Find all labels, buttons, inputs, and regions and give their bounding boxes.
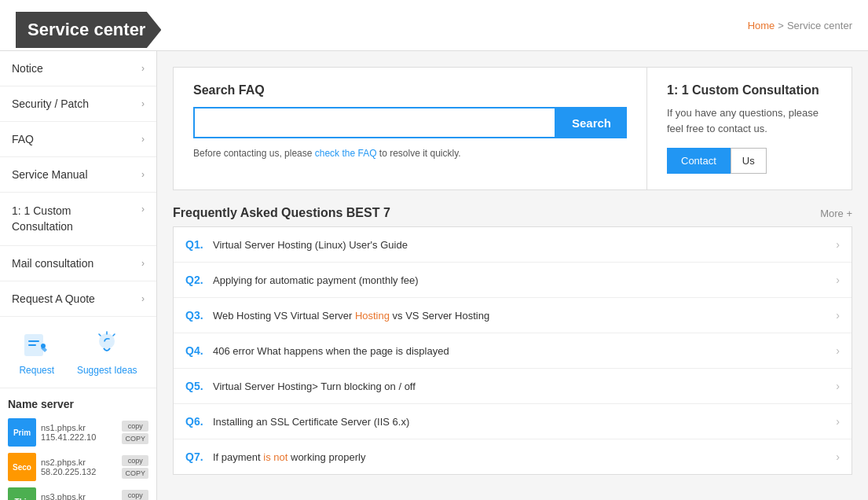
search-input[interactable] xyxy=(193,107,556,138)
faq-item-1[interactable]: Q1. Virtual Server Hosting (Linux) User'… xyxy=(174,227,852,263)
faq-item-6[interactable]: Q6. Installing an SSL Certificate Server… xyxy=(174,404,852,439)
copy-btn-1a[interactable]: copy xyxy=(122,421,148,432)
sidebar-item-label: Security / Patch xyxy=(12,97,89,110)
hint-before: Before contacting us, please xyxy=(193,148,315,159)
suggest-ideas-icon-item[interactable]: Suggest Ideas xyxy=(77,329,137,376)
ns-info-primary: ns1.phps.kr 115.41.222.10 xyxy=(41,423,117,442)
search-faq-container: Search FAQ Search Before contacting us, … xyxy=(173,67,852,190)
ns-info-third: ns3.phps.kr 115.41.222.13 xyxy=(41,492,117,500)
chevron-right-icon: › xyxy=(836,274,840,286)
sidebar-item-mail-consultation[interactable]: Mail consultation › xyxy=(0,246,156,281)
copy-btn-2b[interactable]: COPY xyxy=(122,468,148,479)
sidebar-item-custom-consultation[interactable]: 1: 1 CustomConsultation › xyxy=(0,193,156,246)
copy-btns-3: copy COPY xyxy=(122,490,148,500)
copy-btn-2a[interactable]: copy xyxy=(122,455,148,466)
faq-item-5[interactable]: Q5. Virtual Server Hosting> Turn blockin… xyxy=(174,369,852,404)
ns-ip-1: 115.41.222.10 xyxy=(41,432,117,442)
breadcrumb: Home > Service center xyxy=(748,20,852,31)
request-label: Request xyxy=(19,365,54,376)
header: Hosting Service center Home > Service ce… xyxy=(0,0,868,51)
faq-num-5: Q5. xyxy=(185,380,213,392)
sidebar-item-faq[interactable]: FAQ › xyxy=(0,122,156,157)
consultation-description: If you have any questions, please feel f… xyxy=(667,105,832,136)
faq-text-2: Applying for automatic payment (monthly … xyxy=(213,274,836,286)
search-faq-title: Search FAQ xyxy=(193,83,627,97)
faq-text-7: If payment is not working properly xyxy=(213,451,836,463)
faq-list: Q1. Virtual Server Hosting (Linux) User'… xyxy=(173,226,852,475)
faq-text-5: Virtual Server Hosting> Turn blocking on… xyxy=(213,381,836,392)
chevron-right-icon: › xyxy=(836,380,840,392)
chevron-right-icon: › xyxy=(836,450,840,463)
search-button[interactable]: Search xyxy=(556,107,627,138)
sidebar-item-request-quote[interactable]: Request A Quote › xyxy=(0,281,156,317)
sidebar-icon-section: Request Suggest Ideas xyxy=(0,317,156,388)
sidebar-item-label: Service Manual xyxy=(12,168,88,181)
hint-after: to resolve it quickly. xyxy=(376,148,460,159)
sidebar-item-label: 1: 1 CustomConsultation xyxy=(12,204,73,234)
ns-domain-2: ns2.phps.kr xyxy=(41,458,117,467)
ns-domain-3: ns3.phps.kr xyxy=(41,492,117,500)
svg-point-1 xyxy=(41,344,46,348)
not-link[interactable]: is not xyxy=(263,451,288,463)
chevron-right-icon: › xyxy=(141,258,145,269)
copy-btns-1: copy COPY xyxy=(122,421,148,444)
copy-btn-3a[interactable]: copy xyxy=(122,490,148,500)
chevron-right-icon: › xyxy=(836,344,840,357)
header-left: Hosting Service center xyxy=(16,2,161,48)
faq-text-4: 406 error What happens when the page is … xyxy=(213,345,836,357)
faq-item-7[interactable]: Q7. If payment is not working properly › xyxy=(174,439,852,474)
faq-item-4[interactable]: Q4. 406 error What happens when the page… xyxy=(174,333,852,369)
breadcrumb-current: Service center xyxy=(787,20,852,31)
ns-badge-secondary: Seco xyxy=(8,453,36,481)
faq-num-7: Q7. xyxy=(185,450,213,463)
sidebar-item-notice[interactable]: Notice › xyxy=(0,51,156,86)
hosting-link[interactable]: Hosting xyxy=(355,310,390,322)
site-title: Service center xyxy=(16,12,161,48)
chevron-right-icon: › xyxy=(836,309,840,322)
sidebar-item-label: Mail consultation xyxy=(12,257,93,270)
sidebar-item-label: Notice xyxy=(12,62,43,75)
search-faq-left: Search FAQ Search Before contacting us, … xyxy=(174,68,647,189)
sidebar: Notice › Security / Patch › FAQ › Servic… xyxy=(0,51,157,500)
ns-item-secondary: Seco ns2.phps.kr 58.20.225.132 copy COPY xyxy=(8,453,148,481)
search-row: Search xyxy=(193,107,627,138)
faq-num-3: Q3. xyxy=(185,309,213,322)
ns-domain-1: ns1.phps.kr xyxy=(41,423,117,432)
chevron-right-icon: › xyxy=(141,98,145,109)
consultation-panel: 1: 1 Custom Consultation If you have any… xyxy=(647,68,852,189)
chevron-right-icon: › xyxy=(141,63,145,74)
chevron-right-icon: › xyxy=(141,169,145,180)
chevron-right-icon: › xyxy=(141,293,145,304)
breadcrumb-home[interactable]: Home xyxy=(748,20,775,31)
faq-num-4: Q4. xyxy=(185,344,213,357)
faq-num-1: Q1. xyxy=(185,238,213,251)
ns-info-secondary: ns2.phps.kr 58.20.225.132 xyxy=(41,458,117,476)
sidebar-item-security-patch[interactable]: Security / Patch › xyxy=(0,86,156,122)
faq-header: Frequently Asked Questions BEST 7 More + xyxy=(173,206,852,220)
ns-badge-primary: Prim xyxy=(8,418,36,447)
header-title-wrap: Hosting Service center xyxy=(16,2,161,48)
chevron-right-icon: › xyxy=(141,204,145,215)
faq-item-2[interactable]: Q2. Applying for automatic payment (mont… xyxy=(174,263,852,298)
chevron-right-icon: › xyxy=(836,415,840,428)
breadcrumb-separator: > xyxy=(778,20,784,31)
sidebar-item-label: Request A Quote xyxy=(12,292,95,305)
copy-btn-1b[interactable]: COPY xyxy=(122,433,148,444)
ns-item-third: Thir ns3.phps.kr 115.41.222.13 copy COPY xyxy=(8,487,148,500)
sidebar-item-label: FAQ xyxy=(12,133,34,145)
request-icon-item[interactable]: Request xyxy=(19,329,54,376)
main-layout: Notice › Security / Patch › FAQ › Servic… xyxy=(0,51,868,500)
chevron-right-icon: › xyxy=(141,134,145,145)
faq-text-6: Installing an SSL Certificate Server (II… xyxy=(213,416,836,428)
hint-link[interactable]: check the FAQ xyxy=(315,148,377,159)
main-content: Search FAQ Search Before contacting us, … xyxy=(157,51,868,500)
request-icon xyxy=(21,329,53,360)
name-server-section: Name server Prim ns1.phps.kr 115.41.222.… xyxy=(0,388,156,500)
name-server-title: Name server xyxy=(8,398,148,410)
faq-section-title: Frequently Asked Questions BEST 7 xyxy=(173,206,390,220)
contact-button[interactable]: Contact xyxy=(667,148,731,174)
more-link[interactable]: More + xyxy=(820,208,852,219)
sidebar-item-service-manual[interactable]: Service Manual › xyxy=(0,157,156,193)
faq-item-3[interactable]: Q3. Web Hosting VS Virtual Server Hostin… xyxy=(174,298,852,333)
us-button[interactable]: Us xyxy=(731,148,767,174)
